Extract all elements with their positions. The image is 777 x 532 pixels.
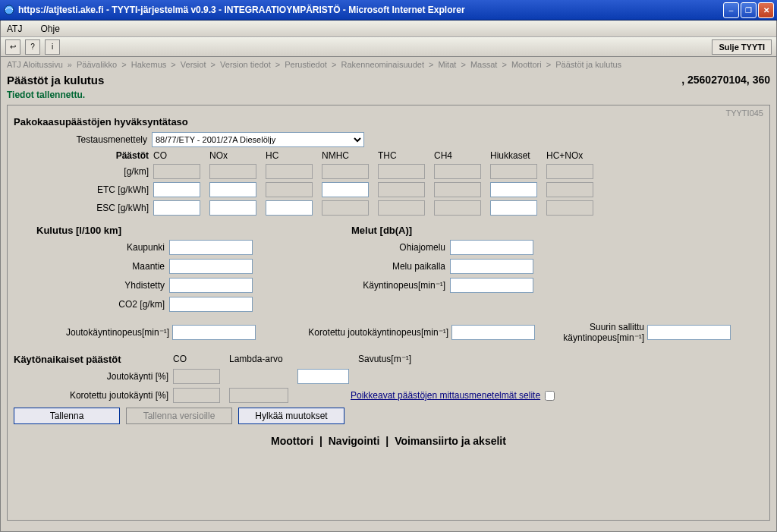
emis-1-6-input[interactable] [490, 182, 537, 197]
crumb-7[interactable]: Mitat [439, 60, 457, 69]
test-method-select[interactable]: 88/77/ETY - 2001/27A Dieselöljy [152, 132, 364, 147]
kayntinopeus-label: Käyntinopeus[min⁻¹] [283, 280, 450, 291]
menu-ohje[interactable]: Ohje [40, 24, 59, 34]
co2-input[interactable] [169, 297, 253, 312]
rt-lambda-head: Lambda-arvo [229, 354, 358, 365]
emis-0-7-input [546, 164, 593, 179]
window-titlebar: https://atjtesti.ake.fi - TYYTI-järjeste… [0, 0, 777, 20]
korotettu-speed-input[interactable] [451, 325, 535, 340]
co2-label: CO2 [g/km] [14, 299, 169, 310]
help-button[interactable]: ? [25, 39, 40, 55]
emis-0-0-input [153, 164, 200, 179]
test-method-label: Testausmenettely [53, 134, 152, 145]
nav-voimansiirto[interactable]: Voimansiirto ja akselit [395, 435, 506, 447]
emis-row-label-1: ETC [g/kWh] [94, 184, 153, 195]
lambda-input [229, 388, 288, 403]
emis-1-2-input [266, 182, 313, 197]
crumb-5[interactable]: Perustiedot [285, 60, 327, 69]
emis-2-7-input [546, 200, 593, 216]
bottom-nav: Moottori | Navigointi | Voimansiirto ja … [14, 435, 763, 447]
emis-row-label-0: [g/km] [94, 166, 153, 177]
col-hiuk: Hiukkaset [490, 150, 546, 161]
status-message: Tiedot tallennettu. [1, 88, 776, 105]
crumb-3[interactable]: Versiot [181, 60, 206, 69]
poikkeavat-link[interactable]: Poikkeavat päästöjen mittausmenetelmät s… [351, 390, 540, 401]
crumb-1[interactable]: Päävalikko [77, 60, 117, 69]
menu-atj[interactable]: ATJ [7, 24, 22, 34]
yhdistetty-input[interactable] [169, 278, 253, 293]
back-button[interactable]: ↩ [5, 39, 20, 55]
window-title: https://atjtesti.ake.fi - TYYTI-järjeste… [18, 5, 723, 15]
ohiajomelu-input[interactable] [450, 240, 533, 255]
crumb-8[interactable]: Massat [470, 60, 497, 69]
svg-point-0 [5, 5, 14, 14]
emis-0-5-input [434, 164, 481, 179]
korotettu-pct-label: Korotettu joutokäynti [%] [14, 390, 173, 401]
runtime-title: Käytönaikaiset päästöt [14, 354, 173, 365]
consumption-title: Kulutus [l/100 km] [36, 225, 253, 236]
emis-2-2-input[interactable] [266, 200, 313, 216]
emis-1-4-input [378, 182, 425, 197]
window-max-button[interactable]: ❐ [741, 2, 757, 18]
crumb-0[interactable]: ATJ Aloitussivu [7, 60, 63, 69]
crumb-6[interactable]: Rakenneominaisuudet [341, 60, 423, 69]
col-thc: THC [378, 150, 434, 161]
nav-moottori[interactable]: Moottori [271, 435, 313, 447]
emis-0-3-input [322, 164, 369, 179]
page-id: , 2560270104, 360 [681, 74, 770, 87]
kayntinopeus-input[interactable] [450, 278, 533, 293]
jouto-speed-input[interactable] [172, 325, 256, 340]
emis-0-6-input [490, 164, 537, 179]
crumb-4[interactable]: Version tiedot [220, 60, 271, 69]
emis-1-7-input [546, 182, 593, 197]
emis-2-5-input [434, 200, 481, 216]
col-nmhc: NMHC [322, 150, 378, 161]
ohiajomelu-label: Ohiajomelu [283, 242, 450, 253]
maantie-label: Maantie [14, 261, 169, 272]
emis-1-3-input[interactable] [322, 182, 369, 197]
suurin-speed-input[interactable] [647, 325, 731, 340]
kaupunki-label: Kaupunki [14, 242, 169, 253]
noise-title: Melut [db(A)] [351, 225, 533, 236]
jouto-pct-label: Joutokäynti [%] [14, 371, 173, 382]
rt-co-head: CO [173, 354, 229, 365]
crumb-2[interactable]: Hakemus [131, 60, 166, 69]
close-tyyti-button[interactable]: Sulje TYYTI [712, 39, 772, 55]
emis-2-1-input[interactable] [209, 200, 256, 216]
melu-paikalla-input[interactable] [450, 259, 533, 274]
window-min-button[interactable]: – [723, 2, 739, 18]
kaupunki-input[interactable] [169, 240, 253, 255]
maantie-input[interactable] [169, 259, 253, 274]
emis-1-5-input [434, 182, 481, 197]
reject-button[interactable]: Hylkää muutokset [238, 408, 344, 424]
emis-1-0-input[interactable] [153, 182, 200, 197]
col-co: CO [153, 150, 209, 161]
emis-2-0-input[interactable] [153, 200, 200, 216]
poikkeavat-checkbox[interactable] [545, 391, 555, 401]
emis-2-3-input [322, 200, 369, 216]
save-versions-button: Tallenna versioille [126, 408, 232, 424]
emis-0-1-input [209, 164, 256, 179]
info-button[interactable]: i [45, 39, 60, 55]
emis-row-label-2: ESC [g/kWh] [94, 203, 153, 213]
emissions-table: Päästöt CO NOx HC NMHC THC CH4 Hiukkaset… [94, 150, 763, 216]
toolbar: ↩ ? i Sulje TYYTI [1, 37, 776, 57]
jouto-co-input [173, 369, 220, 384]
crumb-9[interactable]: Moottori [511, 60, 542, 69]
emis-1-1-input[interactable] [209, 182, 256, 197]
suurin-speed-label: Suurin sallittu käyntinopeus[min⁻¹] [538, 322, 644, 343]
jouto-speed-label: Joutokäyntinopeus[min⁻¹] [14, 327, 169, 338]
col-hcnox: HC+NOx [546, 150, 602, 161]
breadcrumb: ATJ Aloitussivu » Päävalikko > Hakemus >… [1, 57, 776, 72]
window-close-button[interactable]: ✕ [758, 2, 774, 18]
emis-2-6-input[interactable] [490, 200, 537, 216]
melu-paikalla-label: Melu paikalla [283, 261, 450, 272]
korotettu-co-input [173, 388, 220, 403]
col-ch4: CH4 [434, 150, 490, 161]
emis-0-4-input [378, 164, 425, 179]
savutus-input[interactable] [297, 369, 349, 384]
emis-0-2-input [266, 164, 313, 179]
nav-navigointi[interactable]: Navigointi [329, 435, 380, 447]
save-button[interactable]: Tallenna [14, 408, 120, 424]
emis-2-4-input [378, 200, 425, 216]
